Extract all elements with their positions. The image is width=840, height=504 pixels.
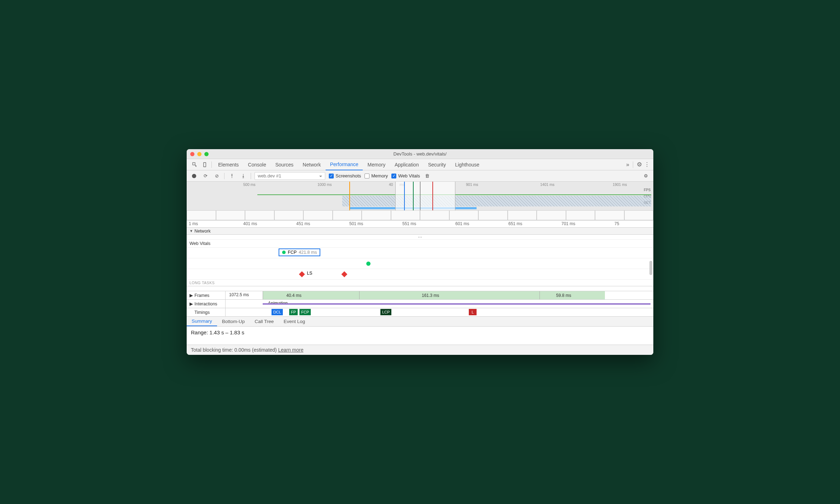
memory-label: Memory (371, 173, 388, 178)
screenshots-label: Screenshots (336, 173, 361, 178)
window-title: DevTools - web.dev/vitals/ (393, 151, 447, 157)
screenshots-checkbox[interactable] (329, 174, 334, 178)
settings-gear-icon[interactable]: ⚙ (642, 172, 650, 180)
fcp-marker[interactable]: FCP 421.8 ms (279, 248, 320, 256)
device-icon[interactable] (200, 162, 209, 168)
chevron-right-icon[interactable]: ▶ (189, 301, 193, 306)
record-icon[interactable] (190, 172, 198, 180)
memory-checkbox[interactable] (364, 174, 369, 178)
close-icon[interactable] (190, 152, 194, 156)
minimize-icon[interactable] (197, 152, 202, 156)
dtab-bottomup[interactable]: Bottom-Up (217, 317, 250, 326)
tab-elements[interactable]: Elements (214, 159, 243, 170)
wv-row-fcp: FCP 421.8 ms (187, 248, 653, 258)
upload-icon[interactable]: ⭱ (228, 172, 236, 180)
more-tabs-icon[interactable]: » (626, 162, 629, 168)
webvitals-head: Web Vitals (187, 240, 653, 248)
ov-tick: 1901 ms (613, 182, 627, 187)
wv-row-lcp (187, 258, 653, 269)
interactions-track: ▶Interactions Animation (187, 300, 653, 308)
tab-security[interactable]: Security (424, 159, 450, 170)
scrollbar[interactable] (649, 261, 652, 275)
ov-tick: 40 (389, 182, 393, 187)
footer: Total blocking time: 0.00ms (estimated) … (187, 345, 653, 355)
ov-tick: 901 ms (466, 182, 478, 187)
collapsed-indicator[interactable]: ⋯ (187, 235, 653, 240)
detail-tabs: Summary Bottom-Up Call Tree Event Log (187, 317, 653, 327)
recording-select[interactable]: web.dev #1 (255, 172, 325, 180)
ls-marker[interactable] (299, 271, 305, 277)
range-text: Range: 1.43 s – 1.83 s (187, 327, 653, 338)
svg-rect-0 (193, 163, 195, 165)
timing-fcp[interactable]: FCP (299, 309, 311, 315)
tab-console[interactable]: Console (244, 159, 270, 170)
good-dot-icon (282, 251, 286, 254)
network-section-head[interactable]: ▼Network (187, 228, 653, 235)
gear-icon[interactable]: ⚙ (637, 161, 642, 168)
reload-icon[interactable]: ⟳ (202, 172, 209, 180)
overview-chart[interactable]: 500 ms 1000 ms 40 ms 901 ms 1401 ms 1901… (187, 182, 653, 221)
webvitals-checkbox[interactable] (391, 174, 396, 178)
zoom-icon[interactable] (204, 152, 209, 156)
tab-performance[interactable]: Performance (326, 159, 362, 170)
clear-icon[interactable]: ⊘ (213, 172, 221, 180)
longtasks-label: LONG TASKS (187, 280, 653, 286)
frames-track: ▶Frames 1072.5 ms 40.4 ms 161.3 ms 59.8 … (187, 291, 653, 300)
dtab-calltree[interactable]: Call Tree (250, 317, 279, 326)
timing-l[interactable]: L (469, 309, 477, 315)
dtab-summary[interactable]: Summary (187, 317, 217, 326)
wv-row-ls: LS (187, 269, 653, 280)
ls-marker[interactable] (342, 271, 348, 277)
lcp-marker[interactable] (366, 262, 371, 266)
dtab-eventlog[interactable]: Event Log (279, 317, 310, 326)
chevron-right-icon[interactable]: ▶ (189, 293, 193, 298)
timing-dcl[interactable]: DCL (272, 309, 283, 315)
tab-network[interactable]: Network (298, 159, 325, 170)
download-icon[interactable]: ⭳ (239, 172, 247, 180)
learn-more-link[interactable]: Learn more (278, 347, 304, 353)
chevron-down-icon: ▼ (189, 229, 193, 233)
titlebar: DevTools - web.dev/vitals/ (187, 149, 653, 159)
time-ruler[interactable]: 1 ms 401 ms 451 ms 501 ms 551 ms 601 ms … (187, 221, 653, 228)
animation-bar[interactable] (263, 303, 651, 305)
tab-memory[interactable]: Memory (363, 159, 390, 170)
ov-tick: 1401 ms (540, 182, 554, 187)
webvitals-label: Web Vitals (398, 173, 420, 178)
inspect-icon[interactable] (190, 162, 199, 168)
tab-lighthouse[interactable]: Lighthouse (451, 159, 484, 170)
perf-toolbar: ⟳ ⊘ ⭱ ⭳ web.dev #1 Screenshots Memory We… (187, 170, 653, 182)
timing-fp[interactable]: FP (289, 309, 298, 315)
ov-tick: 1000 ms (317, 182, 332, 187)
ov-tick: 500 ms (243, 182, 255, 187)
tab-sources[interactable]: Sources (271, 159, 298, 170)
timings-track: Timings DCL FP FCP LCP L (187, 308, 653, 317)
timing-lcp[interactable]: LCP (380, 309, 391, 315)
tab-application[interactable]: Application (390, 159, 423, 170)
svg-rect-1 (204, 163, 206, 167)
overview-screenshots (187, 210, 653, 220)
trash-icon[interactable]: 🗑 (424, 172, 431, 180)
devtools-tabs: Elements Console Sources Network Perform… (187, 159, 653, 170)
kebab-icon[interactable]: ⋮ (644, 161, 650, 168)
